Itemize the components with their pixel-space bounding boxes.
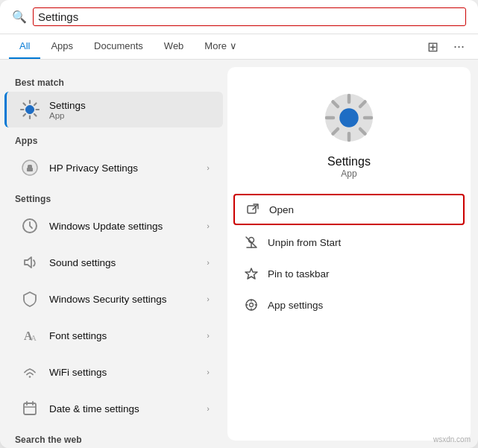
pin-taskbar-label: Pin to taskbar: [268, 268, 330, 280]
hp-privacy-icon: [18, 156, 42, 180]
svg-text:A: A: [31, 333, 37, 342]
wifi-text: WiFi settings: [49, 367, 207, 378]
windows-update-title: Windows Update settings: [49, 221, 207, 232]
windows-security-icon: [18, 287, 42, 311]
left-panel: Best match: [0, 60, 227, 448]
unpin-start-action[interactable]: Unpin from Start: [227, 227, 471, 258]
sound-title: Sound settings: [49, 257, 207, 268]
svg-point-1: [26, 106, 34, 114]
right-app-name: Settings: [327, 155, 371, 168]
best-match-title: Settings: [49, 100, 210, 111]
datetime-title: Date & time settings: [49, 403, 207, 414]
tab-more[interactable]: More ∨: [194, 34, 247, 59]
right-app-header: Settings App: [227, 67, 471, 192]
windows-security-chevron: ›: [207, 294, 210, 303]
svg-point-17: [29, 376, 31, 378]
app-settings-label: App settings: [268, 300, 323, 311]
svg-rect-18: [24, 403, 36, 414]
settings-section-label: Settings: [0, 186, 227, 207]
windows-security-text: Windows Security settings: [49, 294, 207, 305]
hp-privacy-title: HP Privacy Settings: [49, 163, 207, 174]
sound-text: Sound settings: [49, 257, 207, 268]
svg-rect-12: [27, 168, 33, 171]
hp-privacy-text: HP Privacy Settings: [49, 163, 207, 174]
windows-update-settings[interactable]: Windows Update settings ›: [4, 208, 223, 244]
windows-security-title: Windows Security settings: [49, 294, 207, 305]
search-window: 🔍 All Apps Documents Web More ∨ ⊞ ··· Be…: [0, 0, 478, 448]
tab-apps[interactable]: Apps: [40, 34, 84, 59]
open-icon: [245, 202, 260, 217]
pin-taskbar-action[interactable]: Pin to taskbar: [227, 258, 471, 289]
right-panel: Settings App Open: [227, 67, 471, 441]
sound-chevron: ›: [207, 258, 210, 267]
tab-web[interactable]: Web: [154, 34, 195, 59]
open-label: Open: [269, 204, 294, 215]
unpin-start-label: Unpin from Start: [268, 237, 341, 248]
svg-point-40: [250, 303, 254, 307]
pin-taskbar-icon: [244, 266, 259, 281]
datetime-text: Date & time settings: [49, 403, 207, 414]
app-settings-action[interactable]: App settings: [227, 289, 471, 321]
search-icon: 🔍: [12, 10, 27, 24]
tab-documents[interactable]: Documents: [84, 34, 154, 59]
font-title: Font settings: [49, 330, 207, 341]
nav-more-icon[interactable]: ···: [449, 36, 469, 57]
font-text: Font settings: [49, 330, 207, 341]
unpin-start-icon: [244, 235, 259, 250]
main-body: Best match: [0, 60, 478, 448]
right-actions: Open Unpin from Start: [227, 192, 471, 321]
search-input[interactable]: [33, 7, 466, 26]
font-settings[interactable]: AA Font settings ›: [4, 318, 223, 353]
app-settings-icon: [244, 297, 259, 312]
best-match-settings[interactable]: Settings App: [4, 92, 223, 127]
datetime-settings[interactable]: Date & time settings ›: [4, 391, 223, 426]
settings-large-icon: [322, 91, 376, 148]
tab-all[interactable]: All: [9, 34, 40, 59]
windows-update-text: Windows Update settings: [49, 221, 207, 232]
nav-grid-icon[interactable]: ⊞: [423, 36, 443, 58]
svg-marker-38: [245, 268, 257, 279]
best-match-subtitle: App: [49, 111, 210, 120]
font-chevron: ›: [207, 331, 210, 340]
font-icon: AA: [18, 324, 42, 347]
settings-app-icon: [18, 98, 42, 122]
nav-tabs: All Apps Documents Web More ∨ ⊞ ···: [0, 34, 478, 60]
sound-icon: [18, 250, 42, 274]
hp-privacy-chevron: ›: [207, 163, 210, 172]
sound-settings[interactable]: Sound settings ›: [4, 244, 223, 280]
apps-label: Apps: [0, 128, 227, 149]
best-match-text: Settings App: [49, 100, 210, 120]
windows-update-icon: [18, 214, 42, 238]
windows-security-settings[interactable]: Windows Security settings ›: [4, 281, 223, 317]
search-web-label: Search the web: [0, 427, 227, 448]
svg-marker-14: [25, 257, 31, 268]
datetime-icon: [18, 397, 42, 420]
windows-update-chevron: ›: [207, 221, 210, 230]
open-action[interactable]: Open: [233, 194, 465, 225]
best-match-label: Best match: [0, 70, 227, 91]
wifi-icon: [18, 360, 42, 384]
svg-point-23: [340, 109, 358, 127]
datetime-chevron: ›: [207, 404, 210, 413]
wifi-settings[interactable]: WiFi settings ›: [4, 354, 223, 390]
wifi-chevron: ›: [207, 367, 210, 376]
hp-privacy-settings[interactable]: HP Privacy Settings ›: [4, 150, 223, 186]
wifi-title: WiFi settings: [49, 367, 207, 378]
svg-rect-32: [248, 206, 256, 213]
search-bar: 🔍: [0, 0, 478, 34]
right-app-type: App: [341, 168, 356, 179]
